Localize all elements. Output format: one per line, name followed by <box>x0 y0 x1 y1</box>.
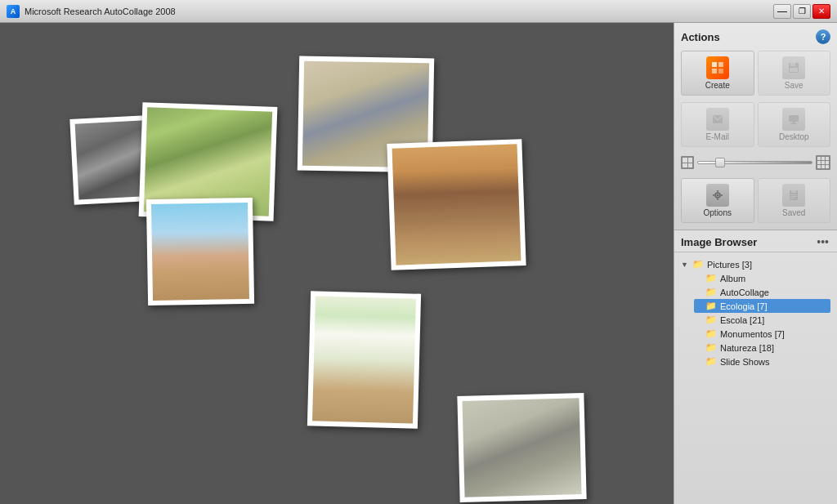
title-bar: A Microsoft Research AutoCollage 2008 — … <box>0 0 837 23</box>
svg-rect-21 <box>790 198 794 198</box>
tree-item-escola[interactable]: 📁 Escola [21] <box>694 313 830 327</box>
title-bar-left: A Microsoft Research AutoCollage 2008 <box>7 5 176 18</box>
bottom-action-grid: Options Saved <box>681 178 830 223</box>
svg-rect-19 <box>790 194 797 195</box>
folder-icon-album: 📁 <box>705 273 717 283</box>
folder-icon-autocollage: 📁 <box>705 287 717 297</box>
svg-rect-6 <box>790 68 798 72</box>
create-icon <box>706 56 729 79</box>
top-action-grid: Create Save <box>681 51 830 96</box>
tree-item-monumentos[interactable]: 📁 Monumentos [7] <box>694 327 830 341</box>
photo-image <box>392 144 521 265</box>
svg-rect-2 <box>712 69 717 74</box>
size-slider-row <box>681 154 830 172</box>
browser-title: Image Browser <box>681 236 757 248</box>
create-button[interactable]: Create <box>681 51 754 96</box>
svg-rect-0 <box>712 62 717 67</box>
tree-item-slideshows[interactable]: 📁 Slide Shows <box>694 355 830 368</box>
actions-title: Actions <box>681 31 720 43</box>
window-controls: — ❐ ✕ <box>773 4 830 19</box>
small-grid-icon <box>681 156 694 169</box>
options-button[interactable]: Options <box>681 178 754 223</box>
browser-header: Image Browser ••• <box>674 230 837 252</box>
tree-item-pictures[interactable]: ▼ 📁 Pictures [3] <box>681 257 830 271</box>
photo-item[interactable] <box>146 198 254 306</box>
actions-header: Actions ? <box>681 29 830 44</box>
actions-panel: Actions ? Create <box>674 23 837 230</box>
tree-label-autocollage: AutoCollage <box>720 288 769 297</box>
tree-label-pictures: Pictures [3] <box>707 260 752 270</box>
svg-rect-10 <box>790 123 797 124</box>
svg-rect-20 <box>790 196 797 197</box>
photo-image <box>462 398 581 497</box>
desktop-button[interactable]: Desktop <box>758 102 831 147</box>
folder-icon-natureza: 📁 <box>705 342 717 353</box>
svg-point-12 <box>716 194 718 197</box>
tree-label-slideshows: Slide Shows <box>720 357 770 367</box>
save-button[interactable]: Save <box>758 51 831 96</box>
size-slider-track[interactable] <box>697 161 812 164</box>
desktop-icon <box>782 108 805 131</box>
minimize-button[interactable]: — <box>773 4 791 19</box>
options-icon <box>706 184 729 207</box>
help-button[interactable]: ? <box>816 29 830 44</box>
svg-rect-3 <box>718 69 723 74</box>
folder-icon-ecologia: 📁 <box>705 301 717 311</box>
folder-icon-slideshows: 📁 <box>705 356 717 367</box>
tree-label-album: Album <box>720 274 745 283</box>
photo-item[interactable] <box>457 393 586 502</box>
folder-icon-monumentos: 📁 <box>705 328 717 339</box>
svg-rect-9 <box>792 122 795 123</box>
tree-children-pictures: 📁 Album 📁 AutoCollage 📁 Ecologia [7] <box>681 271 830 368</box>
tree-label-natureza: Natureza [18] <box>720 343 774 353</box>
photo-item[interactable] <box>307 291 421 428</box>
browser-menu-button[interactable]: ••• <box>815 235 830 248</box>
save-label: Save <box>785 81 803 90</box>
saved-button[interactable]: Saved <box>758 178 831 223</box>
svg-rect-18 <box>791 190 796 193</box>
create-label: Create <box>705 81 730 90</box>
app-icon: A <box>7 5 20 18</box>
tree-item-autocollage[interactable]: 📁 AutoCollage <box>694 285 830 299</box>
right-panel: Actions ? Create <box>674 23 837 504</box>
tree-arrow-pictures: ▼ <box>681 261 689 269</box>
saved-label: Saved <box>782 208 805 217</box>
tree-label-escola: Escola [21] <box>720 315 764 325</box>
large-grid-icon <box>816 155 830 170</box>
svg-rect-8 <box>789 115 799 122</box>
email-icon <box>706 108 729 131</box>
options-label: Options <box>704 208 732 217</box>
desktop-label: Desktop <box>779 132 809 141</box>
second-action-grid: E-Mail Desktop <box>681 102 830 147</box>
restore-button[interactable]: ❐ <box>793 4 811 19</box>
tree-item-album[interactable]: 📁 Album <box>694 271 830 285</box>
close-button[interactable]: ✕ <box>812 4 830 19</box>
main-layout: Actions ? Create <box>0 23 837 504</box>
photo-image <box>312 296 416 423</box>
folder-icon-pictures: 📁 <box>692 259 704 270</box>
window-title: Microsoft Research AutoCollage 2008 <box>25 7 176 16</box>
folder-icon-escola: 📁 <box>705 314 717 325</box>
email-button[interactable]: E-Mail <box>681 102 754 147</box>
size-slider-thumb[interactable] <box>715 158 725 167</box>
tree-label-ecologia: Ecologia [7] <box>720 301 767 311</box>
tree-view: ▼ 📁 Pictures [3] 📁 Album 📁 AutoCollage <box>674 252 837 504</box>
photo-image <box>151 203 249 301</box>
tree-item-ecologia[interactable]: 📁 Ecologia [7] <box>694 299 830 313</box>
save-icon <box>782 56 805 79</box>
tree-label-monumentos: Monumentos [7] <box>720 329 785 339</box>
svg-rect-1 <box>718 62 723 67</box>
email-label: E-Mail <box>706 132 729 141</box>
image-browser: Image Browser ••• ▼ 📁 Pictures [3] 📁 Alb… <box>674 230 837 504</box>
canvas-area <box>0 23 674 504</box>
photo-item[interactable] <box>387 139 526 270</box>
svg-rect-5 <box>790 63 795 66</box>
tree-item-natureza[interactable]: 📁 Natureza [18] <box>694 341 830 355</box>
saved-icon <box>782 184 805 207</box>
